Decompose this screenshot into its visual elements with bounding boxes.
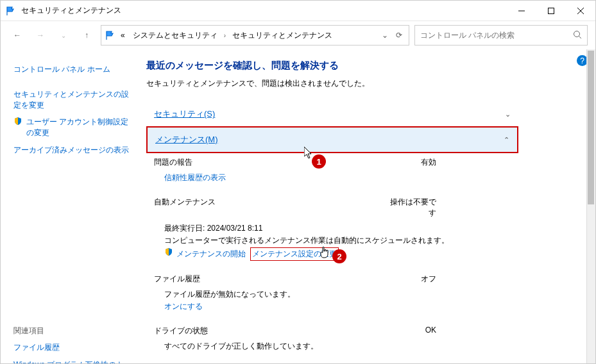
- search-input[interactable]: [420, 31, 573, 40]
- change-maintenance-settings-link[interactable]: メンテナンス設定の変更: [252, 249, 337, 258]
- auto-maint-desc: コンピューターで実行されるメンテナンス作業は自動的にスケジュールされます。: [154, 235, 583, 247]
- auto-maint-label: 自動メンテナンス: [154, 197, 385, 219]
- recent-button[interactable]: ⌄: [55, 26, 72, 44]
- search-box[interactable]: [414, 25, 588, 46]
- file-history-row: ファイル履歴 オフ: [154, 270, 513, 288]
- close-button[interactable]: [566, 1, 595, 21]
- security-label-text: セキュリティ(S): [154, 109, 215, 119]
- security-toggle[interactable]: セキュリティ(S) ⌄: [146, 102, 518, 126]
- back-button[interactable]: ←: [8, 26, 26, 44]
- maintenance-toggle[interactable]: メンテナンス(M) ⌃: [146, 126, 518, 153]
- chevron-up-icon: ⌃: [504, 136, 509, 144]
- file-history-desc: ファイル履歴が無効になっています。: [154, 288, 583, 301]
- sidebar-change-settings-link[interactable]: セキュリティとメンテナンスの設定を変更: [13, 86, 131, 114]
- auto-maint-value: 操作は不要です: [385, 197, 436, 219]
- auto-maint-row: 自動メンテナンス 操作は不要です: [154, 193, 513, 222]
- security-section: セキュリティ(S) ⌄: [146, 102, 583, 126]
- page-heading: 最近のメッセージを確認し、問題を解決する: [146, 60, 583, 72]
- dropdown-icon[interactable]: ⌄: [379, 26, 391, 44]
- navbar: ← → ⌄ ↑ « システムとセキュリティ › セキュリティとメンテナンス ⌄ …: [1, 21, 595, 49]
- search-icon[interactable]: [573, 30, 582, 41]
- refresh-button[interactable]: ⟳: [393, 26, 405, 44]
- file-history-value: オフ: [385, 274, 436, 285]
- callout-1: 1: [312, 154, 326, 169]
- breadcrumb-item-system[interactable]: システムとセキュリティ: [130, 30, 220, 41]
- maintenance-label-text: メンテナンス(M): [155, 135, 218, 144]
- flag-icon: [105, 30, 115, 40]
- device-software-row: デバイスのソフトウェア 操作は不要です: [154, 361, 513, 363]
- scrollbar-thumb[interactable]: [588, 51, 594, 204]
- shield-icon: [13, 117, 22, 128]
- window-title: セキュリティとメンテナンス: [21, 5, 507, 16]
- page-subtitle: セキュリティとメンテナンスで、問題は検出されませんでした。: [146, 78, 583, 89]
- start-maintenance-link[interactable]: メンテナンスの開始: [176, 249, 246, 258]
- sidebar-compat-link[interactable]: Windows プログラム互換性のトラブルシューティング: [13, 356, 131, 364]
- breadcrumb-prefix[interactable]: «: [118, 31, 128, 40]
- svg-rect-1: [549, 8, 554, 13]
- drive-status-row: ドライブの状態 OK: [154, 322, 513, 340]
- drive-status-label: ドライブの状態: [154, 326, 385, 336]
- reliability-history-link[interactable]: 信頼性履歴の表示: [164, 173, 226, 182]
- maximize-button[interactable]: [536, 1, 566, 21]
- sidebar-uac-link[interactable]: ユーザー アカウント制御設定の変更: [26, 113, 131, 142]
- drive-status-value: OK: [385, 326, 436, 336]
- titlebar: セキュリティとメンテナンス: [1, 1, 595, 21]
- flag-icon: [6, 6, 16, 16]
- sidebar: コントロール パネル ホーム セキュリティとメンテナンスの設定を変更 ユーザー …: [1, 49, 139, 363]
- chevron-right-icon: ›: [223, 32, 227, 39]
- chevron-down-icon: ⌄: [505, 110, 511, 119]
- sidebar-file-history-link[interactable]: ファイル履歴: [13, 339, 131, 356]
- shield-icon: [164, 247, 173, 260]
- main-content: 最近のメッセージを確認し、問題を解決する セキュリティとメンテナンスで、問題は検…: [139, 49, 595, 363]
- minimize-button[interactable]: [507, 1, 536, 21]
- up-button[interactable]: ↑: [78, 26, 96, 44]
- callout-2: 2: [332, 249, 346, 263]
- problem-report-row: 問題の報告 有効: [154, 153, 513, 172]
- svg-line-5: [579, 36, 582, 38]
- file-history-label: ファイル履歴: [154, 274, 385, 285]
- auto-maint-last-run: 最終実行日: 2024/03/21 8:11: [154, 222, 583, 235]
- breadcrumb-item-security[interactable]: セキュリティとメンテナンス: [230, 30, 335, 41]
- maintenance-section: メンテナンス(M) ⌃ 問題の報告 有効 信頼性履歴の表示 自動メンテナンス 操…: [146, 126, 583, 363]
- scrollbar[interactable]: [586, 49, 595, 363]
- problem-report-value: 有効: [385, 157, 436, 168]
- forward-button[interactable]: →: [31, 26, 49, 44]
- svg-point-4: [574, 31, 580, 37]
- drive-status-desc: すべてのドライブが正しく動作しています。: [154, 340, 583, 352]
- sidebar-archive-link[interactable]: アーカイブ済みメッセージの表示: [13, 142, 131, 159]
- problem-report-label: 問題の報告: [154, 157, 385, 168]
- related-header: 関連項目: [13, 326, 131, 339]
- sidebar-home-link[interactable]: コントロール パネル ホーム: [13, 61, 131, 78]
- breadcrumb[interactable]: « システムとセキュリティ › セキュリティとメンテナンス ⌄ ⟳: [101, 25, 409, 46]
- turn-on-link[interactable]: オンにする: [164, 302, 203, 311]
